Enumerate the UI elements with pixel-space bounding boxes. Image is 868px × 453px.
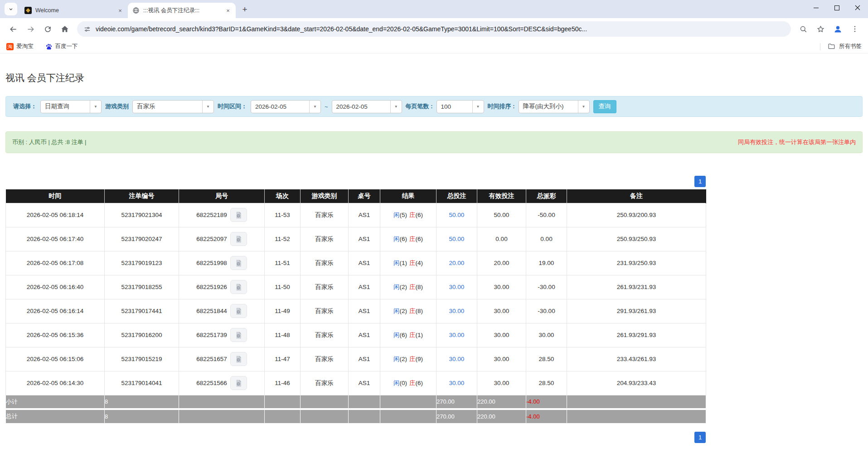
cell-payout: 0.00 [526, 227, 567, 251]
date-start-select[interactable]: 2026-02-05 ▼ [251, 100, 321, 113]
film-icon [234, 235, 242, 243]
header-round: 局号 [179, 189, 265, 203]
tab-search-button[interactable] [5, 3, 17, 15]
total-bet-link[interactable]: 50.00 [449, 236, 465, 242]
table-row: 2026-02-05 06:18:14 523179021304 6822521… [6, 203, 706, 227]
table-row: 2026-02-05 06:17:08 523179019123 6822519… [6, 251, 706, 275]
cell-valid-bet: 30.00 [477, 323, 526, 347]
total-label: 总计 [6, 409, 105, 423]
address-bar[interactable]: videoie.com/game/betrecord_search/kind3?… [77, 21, 791, 37]
video-replay-button[interactable] [230, 256, 247, 270]
result-banker-label: 庄 [409, 308, 416, 314]
query-type-select[interactable]: 日期查询 ▼ [40, 100, 102, 113]
total-bet-link[interactable]: 50.00 [449, 212, 465, 218]
cell-total-bet: 30.00 [436, 323, 477, 347]
total-bet-link[interactable]: 30.00 [449, 284, 465, 290]
back-button[interactable] [5, 21, 21, 37]
bookmark-label: 爱淘宝 [16, 43, 34, 50]
cell-round: 682252097 [179, 227, 265, 251]
bookmark-baidu[interactable]: 百度一下 [45, 43, 78, 50]
cell-result: 闲(2)庄(8) [380, 275, 436, 299]
cell-valid-bet: 30.00 [477, 371, 526, 395]
close-window-button[interactable] [847, 0, 868, 15]
cell-total-bet: 30.00 [436, 347, 477, 371]
home-icon [60, 24, 69, 34]
total-bet-link[interactable]: 30.00 [449, 332, 465, 338]
tab-welcome[interactable]: Welcome × [20, 3, 128, 18]
subtotal-label: 小计 [6, 395, 105, 409]
filter-panel: 请选择： 日期查询 ▼ 游戏类别 百家乐 ▼ 时间区间： 2026-02-05 … [5, 96, 863, 117]
game-kind-select[interactable]: 百家乐 ▼ [132, 100, 214, 113]
video-replay-button[interactable] [230, 232, 247, 246]
url-text: videoie.com/game/betrecord_search/kind3?… [96, 25, 587, 33]
header-result: 结果 [380, 189, 436, 203]
forward-button[interactable] [23, 21, 38, 37]
minimize-button[interactable] [805, 0, 826, 15]
cell-time: 2026-02-05 06:17:08 [6, 251, 105, 275]
video-replay-button[interactable] [230, 328, 247, 342]
date-end-select[interactable]: 2026-02-05 ▼ [332, 100, 402, 113]
menu-button[interactable] [848, 22, 862, 36]
star-icon [816, 25, 825, 34]
result-banker-label: 庄 [409, 284, 416, 290]
total-bet-link[interactable]: 30.00 [449, 380, 465, 386]
cell-valid-bet: 30.00 [477, 347, 526, 371]
video-replay-button[interactable] [230, 304, 247, 318]
chevron-down-icon: ▼ [390, 101, 402, 113]
zoom-button[interactable] [796, 22, 810, 36]
total-bet-link[interactable]: 20.00 [449, 260, 465, 266]
result-player-label: 闲 [393, 356, 400, 362]
video-replay-button[interactable] [230, 208, 247, 222]
page-1-button[interactable]: 1 [694, 432, 706, 443]
new-tab-button[interactable]: + [238, 3, 251, 16]
date-range-label: 时间区间： [218, 102, 247, 111]
round-number: 682252189 [196, 212, 227, 218]
result-banker-score: (9) [416, 356, 423, 362]
cell-valid-bet: 30.00 [477, 275, 526, 299]
cell-round: 682251657 [179, 347, 265, 371]
video-replay-button[interactable] [230, 376, 247, 390]
reload-button[interactable] [40, 21, 55, 37]
bookmark-taobao[interactable]: 淘 爱淘宝 [6, 43, 34, 50]
bookmark-button[interactable] [813, 22, 828, 36]
header-remark: 备注 [567, 189, 706, 203]
info-bar: 币别 : 人民币 | 总共 :8 注单 | 同局有效投注，统一计算在该局第一张注… [5, 131, 863, 153]
sort-select[interactable]: 降幂(由大到小) ▼ [519, 100, 590, 113]
result-player-score: (6) [400, 236, 407, 242]
close-tab-icon[interactable]: × [224, 6, 232, 14]
per-page-select[interactable]: 100 ▼ [436, 100, 484, 113]
maximize-button[interactable] [826, 0, 847, 15]
game-kind-label: 游戏类别 [105, 102, 129, 111]
cell-game-kind: 百家乐 [301, 275, 349, 299]
header-table-no: 桌号 [349, 189, 380, 203]
table-row: 2026-02-05 06:15:36 523179016200 6822517… [6, 323, 706, 347]
total-bet-link[interactable]: 30.00 [449, 356, 465, 362]
all-bookmarks[interactable]: 所有书签 [820, 43, 862, 50]
result-banker-score: (6) [416, 380, 423, 386]
cell-session: 11-53 [265, 203, 301, 227]
home-button[interactable] [57, 21, 73, 37]
header-game-kind: 游戏类别 [301, 189, 349, 203]
sort-label: 时间排序 : [488, 102, 515, 111]
page-1-button[interactable]: 1 [694, 176, 706, 187]
search-button[interactable]: 查询 [593, 100, 616, 113]
per-page-label: 每页笔数 : [406, 102, 433, 111]
tab-bet-records[interactable]: :::视讯 会员下注纪录::: × [128, 3, 236, 18]
video-replay-button[interactable] [230, 280, 247, 294]
window-controls [805, 0, 868, 15]
round-number: 682251657 [196, 356, 227, 362]
cell-valid-bet: 20.00 [477, 251, 526, 275]
result-banker-label: 庄 [409, 380, 416, 386]
close-tab-icon[interactable]: × [116, 6, 124, 14]
video-replay-button[interactable] [230, 352, 247, 366]
result-player-score: (2) [400, 308, 407, 314]
cell-total-bet: 30.00 [436, 299, 477, 323]
total-bet-link[interactable]: 30.00 [449, 308, 465, 314]
profile-button[interactable] [830, 22, 845, 36]
header-time: 时间 [6, 189, 105, 203]
cell-valid-bet: 30.00 [477, 299, 526, 323]
cell-total-bet: 20.00 [436, 251, 477, 275]
browser-toolbar: videoie.com/game/betrecord_search/kind3?… [0, 18, 868, 40]
select-type-label: 请选择： [13, 102, 37, 111]
cell-game-kind: 百家乐 [301, 251, 349, 275]
